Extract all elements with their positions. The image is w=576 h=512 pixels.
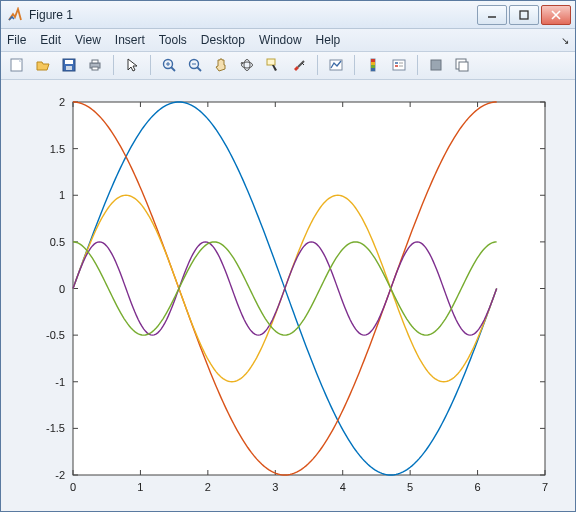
svg-rect-18 bbox=[267, 59, 275, 65]
figure-window: Figure 1 File Edit View Insert Tools Des… bbox=[0, 0, 576, 512]
svg-rect-7 bbox=[92, 60, 98, 63]
menu-help[interactable]: Help bbox=[316, 33, 341, 47]
close-button[interactable] bbox=[541, 5, 571, 25]
menu-edit[interactable]: Edit bbox=[40, 33, 61, 47]
zoom-in-icon[interactable] bbox=[157, 53, 181, 77]
svg-text:-1.5: -1.5 bbox=[46, 422, 65, 434]
svg-point-17 bbox=[244, 60, 250, 71]
svg-text:0: 0 bbox=[59, 283, 65, 295]
window-controls bbox=[477, 5, 571, 25]
svg-line-10 bbox=[171, 67, 175, 71]
data-cursor-icon[interactable] bbox=[261, 53, 285, 77]
svg-text:1.5: 1.5 bbox=[50, 143, 65, 155]
window-title: Figure 1 bbox=[29, 8, 477, 22]
axes[interactable]: 01234567-2-1.5-1-0.500.511.52 bbox=[1, 80, 575, 511]
svg-text:-1: -1 bbox=[55, 376, 65, 388]
svg-line-14 bbox=[197, 67, 201, 71]
toolbar bbox=[1, 52, 575, 80]
rotate-3d-icon[interactable] bbox=[235, 53, 259, 77]
show-tools-icon[interactable] bbox=[450, 53, 474, 77]
titlebar: Figure 1 bbox=[1, 1, 575, 29]
menubar: File Edit View Insert Tools Desktop Wind… bbox=[1, 29, 575, 51]
brush-icon[interactable] bbox=[287, 53, 311, 77]
dock-toggle-icon[interactable]: ↘ bbox=[561, 35, 569, 46]
link-plot-icon[interactable] bbox=[324, 53, 348, 77]
zoom-out-icon[interactable] bbox=[183, 53, 207, 77]
menu-tools[interactable]: Tools bbox=[159, 33, 187, 47]
svg-rect-31 bbox=[431, 60, 441, 70]
toolbar-separator bbox=[354, 55, 355, 75]
matlab-icon bbox=[7, 7, 23, 23]
legend-icon[interactable] bbox=[387, 53, 411, 77]
svg-point-16 bbox=[242, 62, 253, 68]
svg-rect-34 bbox=[73, 102, 545, 475]
svg-text:-0.5: -0.5 bbox=[46, 329, 65, 341]
svg-text:4: 4 bbox=[340, 481, 346, 493]
svg-text:2: 2 bbox=[59, 96, 65, 108]
svg-text:7: 7 bbox=[542, 481, 548, 493]
menu-desktop[interactable]: Desktop bbox=[201, 33, 245, 47]
svg-rect-26 bbox=[393, 60, 405, 70]
menu-view[interactable]: View bbox=[75, 33, 101, 47]
toolbar-separator bbox=[113, 55, 114, 75]
minimize-button[interactable] bbox=[477, 5, 507, 25]
menu-window[interactable]: Window bbox=[259, 33, 302, 47]
save-icon[interactable] bbox=[57, 53, 81, 77]
pan-icon[interactable] bbox=[209, 53, 233, 77]
open-icon[interactable] bbox=[31, 53, 55, 77]
svg-text:1: 1 bbox=[137, 481, 143, 493]
figure-canvas[interactable]: 01234567-2-1.5-1-0.500.511.52 bbox=[1, 80, 575, 511]
print-icon[interactable] bbox=[83, 53, 107, 77]
svg-rect-22 bbox=[371, 59, 375, 62]
svg-rect-4 bbox=[65, 60, 73, 64]
svg-text:3: 3 bbox=[272, 481, 278, 493]
svg-rect-23 bbox=[371, 62, 375, 65]
svg-rect-1 bbox=[520, 11, 528, 19]
toolbar-separator bbox=[317, 55, 318, 75]
svg-rect-8 bbox=[92, 67, 98, 70]
hide-tools-icon[interactable] bbox=[424, 53, 448, 77]
svg-text:6: 6 bbox=[475, 481, 481, 493]
svg-text:5: 5 bbox=[407, 481, 413, 493]
svg-rect-25 bbox=[371, 68, 375, 71]
svg-text:2: 2 bbox=[205, 481, 211, 493]
svg-text:0: 0 bbox=[70, 481, 76, 493]
toolbar-separator bbox=[417, 55, 418, 75]
menu-file[interactable]: File bbox=[7, 33, 26, 47]
new-figure-icon[interactable] bbox=[5, 53, 29, 77]
svg-rect-24 bbox=[371, 65, 375, 68]
svg-rect-5 bbox=[66, 66, 72, 70]
colorbar-icon[interactable] bbox=[361, 53, 385, 77]
pointer-icon[interactable] bbox=[120, 53, 144, 77]
svg-text:1: 1 bbox=[59, 189, 65, 201]
svg-text:-2: -2 bbox=[55, 469, 65, 481]
menu-insert[interactable]: Insert bbox=[115, 33, 145, 47]
toolbar-separator bbox=[150, 55, 151, 75]
svg-text:0.5: 0.5 bbox=[50, 236, 65, 248]
maximize-button[interactable] bbox=[509, 5, 539, 25]
svg-rect-33 bbox=[459, 62, 468, 71]
